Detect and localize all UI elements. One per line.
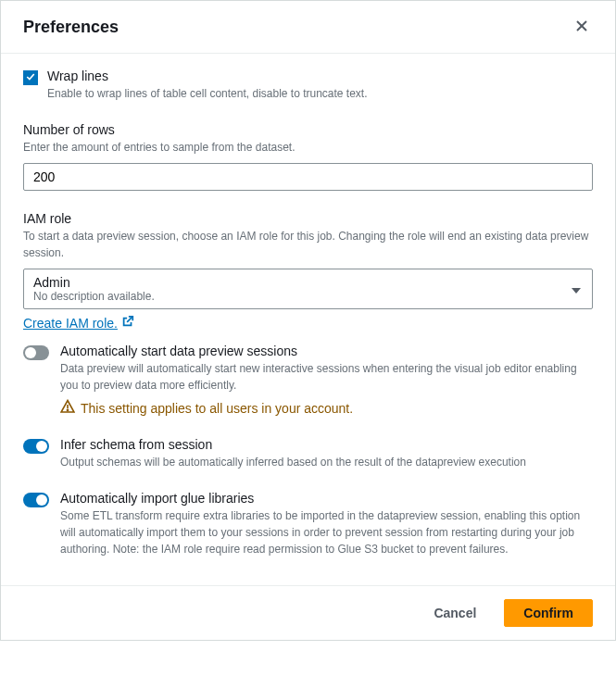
infer-schema-label: Infer schema from session: [60, 437, 593, 452]
confirm-button[interactable]: Confirm: [504, 599, 593, 627]
wrap-lines-text: Wrap lines Enable to wrap lines of table…: [47, 69, 368, 102]
create-iam-role-link[interactable]: Create IAM role.: [23, 315, 134, 331]
number-of-rows-description: Enter the amount of entries to sample fr…: [23, 139, 593, 156]
infer-schema-content: Infer schema from session Output schemas…: [60, 437, 593, 470]
infer-schema-description: Output schemas will be automatically inf…: [60, 454, 593, 470]
auto-import-label: Automatically import glue libraries: [60, 491, 593, 506]
caret-down-icon: [572, 281, 581, 296]
svg-line-3: [127, 317, 132, 322]
wrap-lines-checkbox[interactable]: [23, 70, 38, 85]
number-of-rows-label: Number of rows: [23, 122, 593, 137]
warning-icon: [60, 399, 75, 417]
auto-import-toggle[interactable]: [23, 493, 49, 507]
number-of-rows-input[interactable]: [23, 163, 593, 191]
close-button[interactable]: [571, 16, 593, 38]
iam-role-select[interactable]: Admin No description available.: [23, 269, 593, 309]
iam-role-description: To start a data preview session, choose …: [23, 228, 593, 261]
check-icon: [25, 70, 36, 85]
iam-role-selected-value: Admin: [33, 275, 564, 290]
create-iam-role-link-text: Create IAM role.: [23, 316, 118, 331]
auto-start-warning: This setting applies to all users in you…: [60, 399, 593, 417]
auto-start-content: Automatically start data preview session…: [60, 344, 593, 417]
auto-import-row: Automatically import glue libraries Some…: [23, 491, 593, 557]
preferences-modal: Preferences Wrap lines Enable to wrap li…: [0, 0, 616, 641]
iam-role-selected-description: No description available.: [33, 290, 564, 303]
svg-point-6: [67, 409, 68, 410]
number-of-rows-section: Number of rows Enter the amount of entri…: [23, 122, 593, 191]
infer-schema-toggle[interactable]: [23, 439, 49, 454]
wrap-lines-row: Wrap lines Enable to wrap lines of table…: [23, 69, 593, 102]
auto-start-warning-text: This setting applies to all users in you…: [81, 401, 353, 416]
iam-role-section: IAM role To start a data preview session…: [23, 211, 593, 331]
infer-schema-row: Infer schema from session Output schemas…: [23, 437, 593, 470]
cancel-button[interactable]: Cancel: [415, 599, 495, 627]
auto-start-toggle[interactable]: [23, 345, 49, 360]
wrap-lines-label: Wrap lines: [47, 69, 368, 83]
modal-body: Wrap lines Enable to wrap lines of table…: [1, 54, 615, 585]
external-link-icon: [121, 315, 134, 331]
modal-header: Preferences: [1, 1, 615, 54]
auto-import-description: Some ETL transform require extra librari…: [60, 507, 593, 557]
modal-footer: Cancel Confirm: [1, 585, 615, 640]
close-icon: [574, 19, 589, 36]
svg-marker-2: [572, 288, 581, 294]
iam-role-label: IAM role: [23, 211, 593, 226]
auto-start-label: Automatically start data preview session…: [60, 344, 593, 358]
auto-start-row: Automatically start data preview session…: [23, 344, 593, 417]
wrap-lines-description: Enable to wrap lines of table cell conte…: [47, 85, 368, 102]
auto-start-description: Data preview will automatically start ne…: [60, 360, 593, 394]
auto-import-content: Automatically import glue libraries Some…: [60, 491, 593, 557]
modal-title: Preferences: [23, 18, 119, 37]
